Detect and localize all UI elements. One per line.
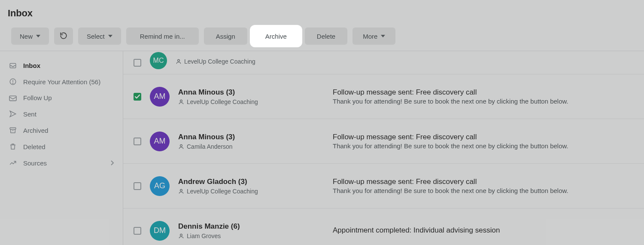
avatar: AM — [150, 132, 170, 151]
message-preview: Thank you for attending! Be sure to book… — [333, 98, 634, 105]
sender-sub: LevelUp College Coaching — [178, 188, 324, 195]
message-row[interactable]: AMAnna Minous (3)LevelUp College Coachin… — [123, 74, 644, 119]
sidebar: Inbox Require Your Attention (56) Follow… — [0, 51, 123, 245]
sidebar-item-label: Sent — [23, 110, 114, 118]
page-title: Inbox — [8, 8, 636, 19]
message-column: Appointment completed: Individual advisi… — [333, 226, 634, 236]
message-row[interactable]: AMAnna Minous (3)Camila AndersonFollow-u… — [123, 119, 644, 164]
sender-name: Anna Minous (3) — [178, 88, 324, 97]
new-button-label: New — [20, 33, 33, 40]
sender-column: Andrew Gladoch (3)LevelUp College Coachi… — [178, 178, 324, 195]
refresh-button[interactable] — [54, 28, 73, 45]
row-checkbox[interactable] — [134, 227, 141, 235]
row-checkbox[interactable] — [134, 182, 141, 190]
svg-point-9 — [180, 144, 182, 147]
sidebar-item-label: Archived — [23, 127, 114, 134]
toolbar: New Select Remind me in... Assign Archiv… — [0, 21, 644, 51]
sender-column: Anna Minous (3)Camila Anderson — [178, 133, 324, 150]
sources-icon — [9, 159, 17, 167]
message-subject: Follow-up message sent: Free discovery c… — [333, 133, 634, 141]
sender-sub: LevelUp College Coaching — [176, 58, 322, 65]
sender-name: Andrew Gladoch (3) — [178, 178, 324, 186]
message-column: Follow-up message sent: Free discovery c… — [333, 88, 634, 105]
followup-icon — [9, 95, 17, 101]
avatar: AG — [150, 176, 170, 196]
svg-point-3 — [12, 83, 13, 83]
delete-button[interactable]: Delete — [305, 28, 347, 45]
message-row[interactable]: MCLevelUp College Coaching — [123, 51, 644, 74]
sidebar-item-label: Require Your Attention (56) — [23, 78, 114, 86]
select-button[interactable]: Select — [78, 28, 121, 45]
svg-rect-5 — [10, 128, 16, 129]
message-preview: Thank you for attending! Be sure to book… — [333, 187, 634, 194]
svg-point-10 — [180, 189, 182, 191]
archived-icon — [9, 126, 17, 134]
archive-button[interactable]: Archive — [252, 28, 300, 45]
refresh-icon — [60, 32, 67, 41]
remind-button[interactable]: Remind me in... — [126, 28, 199, 45]
assign-button-label: Assign — [216, 33, 235, 40]
person-icon — [176, 58, 182, 64]
caret-down-icon — [381, 35, 385, 37]
svg-point-7 — [178, 59, 180, 61]
sent-icon — [9, 110, 17, 118]
sidebar-item-label: Deleted — [23, 143, 114, 150]
sender-name: Dennis Manzie (6) — [178, 222, 324, 231]
inbox-icon — [9, 61, 17, 69]
caret-down-icon — [108, 35, 112, 37]
delete-button-label: Delete — [317, 33, 335, 40]
sidebar-item-attention[interactable]: Require Your Attention (56) — [0, 74, 123, 90]
row-checkbox[interactable] — [134, 59, 141, 67]
sidebar-item-archived[interactable]: Archived — [0, 122, 123, 138]
message-row[interactable]: AGAndrew Gladoch (3)LevelUp College Coac… — [123, 164, 644, 208]
row-checkbox[interactable] — [134, 93, 141, 101]
more-button-label: More — [363, 33, 377, 40]
sidebar-item-deleted[interactable]: Deleted — [0, 138, 123, 155]
sidebar-item-label: Inbox — [23, 62, 114, 69]
message-subject: Follow-up message sent: Free discovery c… — [333, 88, 634, 97]
message-list: MCLevelUp College CoachingAMAnna Minous … — [123, 51, 644, 245]
sidebar-item-sources[interactable]: Sources — [0, 155, 123, 171]
sender-name: Anna Minous (3) — [178, 133, 324, 141]
sender-sub: Liam Groves — [178, 233, 324, 239]
svg-rect-4 — [9, 96, 16, 101]
sidebar-item-sent[interactable]: Sent — [0, 106, 123, 122]
new-button[interactable]: New — [11, 28, 49, 45]
sidebar-item-label: Follow Up — [23, 94, 114, 101]
avatar: AM — [150, 87, 170, 107]
message-column: Follow-up message sent: Free discovery c… — [333, 178, 634, 194]
deleted-icon — [9, 143, 17, 150]
sidebar-item-inbox[interactable]: Inbox — [0, 57, 123, 74]
message-subject: Follow-up message sent: Free discovery c… — [333, 178, 634, 186]
chevron-right-icon — [111, 159, 114, 167]
remind-button-label: Remind me in... — [140, 33, 185, 40]
message-column: Follow-up message sent: Free discovery c… — [333, 133, 634, 150]
svg-point-8 — [180, 100, 182, 102]
sender-column: Anna Minous (3)LevelUp College Coaching — [178, 88, 324, 105]
message-row[interactable]: DMDennis Manzie (6)Liam GrovesAppointmen… — [123, 208, 644, 245]
more-button[interactable]: More — [352, 28, 395, 45]
sidebar-item-label: Sources — [23, 159, 105, 167]
caret-down-icon — [36, 35, 40, 37]
avatar: MC — [150, 52, 167, 69]
attention-icon — [9, 78, 17, 86]
select-button-label: Select — [87, 33, 105, 40]
assign-button[interactable]: Assign — [204, 28, 247, 45]
row-checkbox[interactable] — [134, 138, 141, 145]
svg-point-11 — [180, 234, 182, 236]
person-icon — [178, 99, 184, 105]
sender-column: LevelUp College Coaching — [176, 58, 322, 65]
sender-column: Dennis Manzie (6)Liam Groves — [178, 222, 324, 239]
avatar: DM — [150, 221, 170, 241]
person-icon — [178, 144, 184, 150]
person-icon — [178, 188, 184, 194]
person-icon — [178, 233, 184, 239]
sidebar-item-followup[interactable]: Follow Up — [0, 90, 123, 106]
message-subject: Appointment completed: Individual advisi… — [333, 226, 634, 235]
sender-sub: LevelUp College Coaching — [178, 98, 324, 105]
archive-button-label: Archive — [265, 33, 287, 40]
sender-sub: Camila Anderson — [178, 143, 324, 150]
message-preview: Thank you for attending! Be sure to book… — [333, 142, 634, 150]
